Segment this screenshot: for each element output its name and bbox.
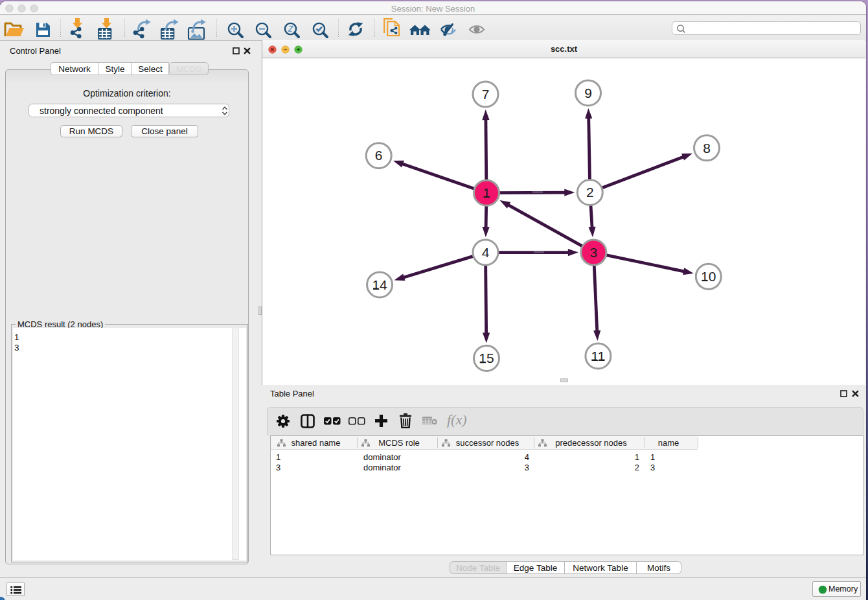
svg-text:7: 7 [482,87,490,102]
svg-text:4: 4 [482,245,490,260]
svg-text:2: 2 [586,185,594,200]
svg-text:3: 3 [590,245,598,260]
svg-text:11: 11 [591,349,605,363]
svg-text:6: 6 [375,148,383,163]
svg-text:9: 9 [584,86,592,100]
svg-text:8: 8 [703,141,711,156]
svg-text:1: 1 [483,185,490,200]
svg-text:10: 10 [701,269,716,284]
svg-text:14: 14 [372,277,387,292]
svg-text:15: 15 [479,351,494,365]
